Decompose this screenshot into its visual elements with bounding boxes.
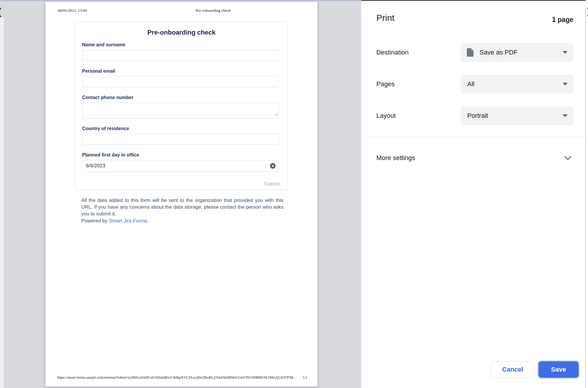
triangle-down-icon	[563, 51, 567, 54]
underlying-page-sliver-right	[585, 8, 588, 388]
powered-suffix: .	[147, 218, 149, 224]
chevron-down-icon	[564, 156, 572, 160]
print-footer: https://smart-forms.saasjet.com/external…	[57, 375, 307, 380]
field-label: Personal email	[82, 69, 281, 74]
smart-jira-forms-link: Smart Jira Forms	[109, 218, 147, 224]
submit-button: Submit	[264, 180, 280, 188]
more-settings-label: More settings	[376, 149, 415, 166]
name-input	[82, 50, 279, 61]
underlying-page-sliver-left	[0, 18, 4, 388]
layout-value: Portrait	[467, 112, 488, 120]
field-label: Name and surname	[82, 42, 281, 47]
destination-value: Save as PDF	[480, 49, 518, 56]
panel-top-edge	[361, 0, 586, 1]
field-contact-phone: Contact phone number	[82, 95, 281, 118]
form-card: Pre-onboarding check Name and surname Pe…	[75, 21, 288, 190]
pages-value: All	[467, 80, 474, 88]
cancel-button[interactable]: Cancel	[491, 361, 534, 378]
email-input	[82, 76, 279, 87]
footer-page-indicator: 1/1	[303, 375, 307, 380]
clear-circle-icon	[270, 163, 276, 169]
header-datetime: 08/06/2023, 13:09	[58, 8, 87, 13]
form-disclaimer: All the data added to this form will be …	[81, 197, 283, 224]
panel-title: Print	[376, 13, 395, 23]
save-button[interactable]: Save	[538, 361, 579, 378]
section-divider	[361, 137, 588, 137]
layout-dropdown[interactable]: Portrait	[461, 106, 573, 125]
country-input	[82, 134, 279, 145]
print-settings-panel: Print 1 page Destination Save as PDF Pag…	[361, 0, 588, 388]
triangle-down-icon	[563, 114, 567, 117]
layout-label: Layout	[376, 106, 458, 125]
field-label: Country of residence	[82, 126, 281, 131]
field-country: Country of residence	[82, 126, 281, 145]
powered-prefix: Powered by	[81, 218, 109, 224]
window-top-edge	[0, 0, 361, 1]
pdf-document-icon	[467, 48, 474, 57]
print-header: 08/06/2023, 13:09 Pre-onboarding check	[57, 8, 306, 14]
header-doc-title: Pre-onboarding check	[196, 8, 231, 13]
date-input: 6/8/2023	[82, 160, 279, 172]
more-settings-toggle[interactable]: More settings	[361, 149, 588, 166]
date-value: 6/8/2023	[82, 163, 105, 169]
disclaimer-text: All the data added to this form will be …	[81, 197, 283, 217]
submit-row: Submit	[82, 180, 281, 188]
footer-url: https://smart-forms.saasjet.com/external…	[57, 375, 295, 380]
pages-label: Pages	[376, 75, 458, 93]
phone-textarea	[82, 103, 279, 118]
form-title: Pre-onboarding check	[82, 29, 281, 36]
powered-by: Powered by Smart Jira Forms.	[81, 217, 283, 224]
destination-dropdown[interactable]: Save as PDF	[461, 43, 573, 62]
print-preview-page[interactable]: 08/06/2023, 13:09 Pre-onboarding check P…	[45, 2, 317, 387]
page-count: 1 page	[552, 16, 573, 24]
underlying-page-glyph-left: (	[0, 6, 1, 17]
field-first-day: Planned first day in office 6/8/2023	[82, 152, 281, 172]
destination-label: Destination	[376, 43, 458, 62]
pages-dropdown[interactable]: All	[461, 75, 573, 93]
field-label: Planned first day in office	[82, 152, 281, 158]
field-name-and-surname: Name and surname	[82, 42, 281, 61]
triangle-down-icon	[563, 83, 567, 86]
field-personal-email: Personal email	[82, 69, 281, 87]
resize-handle-icon	[274, 112, 278, 117]
field-label: Contact phone number	[82, 95, 281, 100]
